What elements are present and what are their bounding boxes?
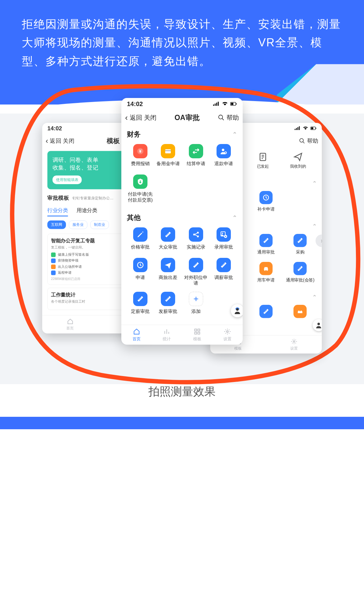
phones-stage: 14:02 ‹ 返回 关闭 模板 调研、问卷、表单 收集、报名、登记 使用智能填… <box>0 114 364 384</box>
app-label: 采购 <box>296 249 305 255</box>
app-补卡申请[interactable]: 补卡申请 <box>250 191 282 214</box>
close-button[interactable]: 关闭 <box>63 137 74 145</box>
app-采购[interactable]: 采购 <box>284 234 317 257</box>
templates-sub: 钉钉专家量身定制办公… <box>72 196 114 201</box>
app-[interactable] <box>250 305 282 328</box>
back-button[interactable]: 返回 <box>130 114 142 122</box>
car-icon <box>259 262 273 275</box>
plane-icon <box>161 258 175 272</box>
svg-rect-9 <box>165 149 171 153</box>
close-button[interactable]: 关闭 <box>144 114 156 122</box>
app-label: 退款申请 <box>214 161 233 167</box>
app-调薪审批[interactable]: 调薪审批 <box>211 258 237 286</box>
app-备用金申请[interactable]: 备用金申请 <box>155 144 182 169</box>
section-other[interactable]: 其他 ⌃ <box>127 209 237 225</box>
card1-line1: 健康上报手写签名版 <box>58 252 89 257</box>
app-用车申请[interactable]: 用车申请 <box>250 262 282 285</box>
app-label: 录用审批 <box>214 244 233 250</box>
app-通用审批[interactable]: 通用审批 <box>250 234 282 257</box>
app-添加[interactable]: 添加 <box>183 292 209 317</box>
app-价格审批[interactable]: 价格审批 <box>127 227 154 252</box>
tab-模板[interactable]: 模板 <box>182 325 212 345</box>
chevron-up-icon: ⌃ <box>312 294 317 300</box>
app-商旅出差[interactable]: 商旅出差 <box>155 258 182 286</box>
search-icon[interactable] <box>299 138 305 144</box>
survey-pill[interactable]: 使用智能填表 <box>53 175 82 184</box>
app-label: 大众审批 <box>159 244 177 250</box>
card1-tiny: 228894家组织已启用 <box>51 277 131 281</box>
app-label: 通用审批(会签) <box>286 277 315 283</box>
hands-icon <box>294 305 307 318</box>
search-icon[interactable] <box>218 114 225 121</box>
ruler-icon <box>189 258 203 272</box>
app-退款申请[interactable]: 退款申请 <box>211 144 237 169</box>
tab-bar: 首页统计模板设置 <box>121 325 243 345</box>
svg-point-14 <box>197 232 199 234</box>
share-icon <box>189 227 203 242</box>
svg-point-34 <box>267 270 268 271</box>
status-icons <box>213 101 237 106</box>
tab-usage[interactable]: 用途分类 <box>77 205 97 216</box>
hero-banner: 拒绝因测量或沟通的失误，导致设计、生产、安装出错，测量大师将现场的测量、沟通情况… <box>0 0 364 105</box>
hero-decoration <box>277 64 364 108</box>
clock-icon <box>133 258 147 272</box>
action-已发起[interactable]: 已发起 <box>257 152 269 175</box>
back-icon[interactable]: ‹ <box>125 113 128 123</box>
app-费用报销[interactable]: ¥费用报销 <box>127 144 154 169</box>
tab-首页[interactable]: 首页 <box>121 325 152 345</box>
tab-设置[interactable]: 设置 <box>266 336 322 354</box>
app-申请[interactable]: 申请 <box>127 258 154 286</box>
app-付款申请(先付款后交票)[interactable]: 付款申请(先付款后交票) <box>127 174 154 203</box>
app-定薪审批[interactable]: 定薪审批 <box>127 292 154 317</box>
card3-sub: 各个维度记录项目工时 <box>51 299 130 304</box>
app-结算申请[interactable]: 结算申请 <box>183 144 209 169</box>
imgplus-icon <box>217 227 231 242</box>
help-button[interactable]: 帮助 <box>226 114 239 122</box>
app-label: 费用报销 <box>131 161 150 167</box>
app-发薪审批[interactable]: 发薪审批 <box>155 292 182 317</box>
svg-point-11 <box>222 149 224 151</box>
svg-point-6 <box>219 115 223 119</box>
support-bubble[interactable] <box>231 304 243 317</box>
app-label: 备用金申请 <box>156 161 180 167</box>
svg-point-17 <box>222 233 223 234</box>
app-[interactable] <box>284 305 317 328</box>
svg-point-29 <box>300 138 303 142</box>
chip-manufacture[interactable]: 制造业 <box>90 221 109 229</box>
tab-设置[interactable]: 设置 <box>212 325 243 345</box>
tab-统计[interactable]: 统计 <box>152 325 182 345</box>
card1-sub: 复工模板，一键启用。 <box>51 245 131 250</box>
app-label: 商旅出差 <box>159 275 177 281</box>
app-label: 结算申请 <box>187 161 205 167</box>
svg-point-25 <box>236 308 239 311</box>
send-icon <box>293 152 303 162</box>
section-title: 财务 <box>127 130 141 139</box>
ruler-icon <box>161 292 175 306</box>
app-label: 价格审批 <box>131 244 150 250</box>
help-button[interactable]: 帮助 <box>307 137 319 145</box>
app-录用审批[interactable]: 录用审批 <box>211 227 237 252</box>
ruler-icon <box>294 262 307 275</box>
back-icon[interactable]: ‹ <box>46 137 48 146</box>
tab-home[interactable]: 首页 <box>42 315 98 333</box>
app-label: 调薪审批 <box>214 275 233 281</box>
app-对外职位申请[interactable]: 对外职位申请 <box>183 258 209 286</box>
hero-text: 拒绝因测量或沟通的失误，导致设计、生产、安装出错，测量大师将现场的测量、沟通情况… <box>22 15 342 70</box>
app-label: 申请 <box>136 275 145 281</box>
tab-industry[interactable]: 行业分类 <box>47 205 68 216</box>
app-通用审批(会签)[interactable]: 通用审批(会签) <box>284 262 317 285</box>
nav-bar: ‹ 返回 关闭 OA审批 帮助 <box>121 110 243 125</box>
back-button[interactable]: 返回 <box>50 137 61 145</box>
chip-internet[interactable]: 互联网 <box>47 221 66 229</box>
app-实施记录[interactable]: 实施记录 <box>183 227 209 252</box>
template-card-3[interactable]: 工作量统计 各个维度记录项目工时 <box>47 288 133 310</box>
section-finance[interactable]: 财务 ⌃ <box>127 125 237 142</box>
app-大众审批[interactable]: 大众审批 <box>155 227 182 252</box>
pen-icon <box>133 227 147 242</box>
chip-service[interactable]: 服务业 <box>69 221 87 229</box>
action-我收到的[interactable]: 我收到的 <box>290 152 306 175</box>
ruler-icon <box>161 227 175 242</box>
svg-rect-10 <box>165 150 171 151</box>
doc-icon <box>258 152 268 162</box>
phone-center: 14:02 ‹ 返回 关闭 OA审批 帮助 财务 ⌃ ¥费用报销备用金申请结算申… <box>121 98 243 345</box>
